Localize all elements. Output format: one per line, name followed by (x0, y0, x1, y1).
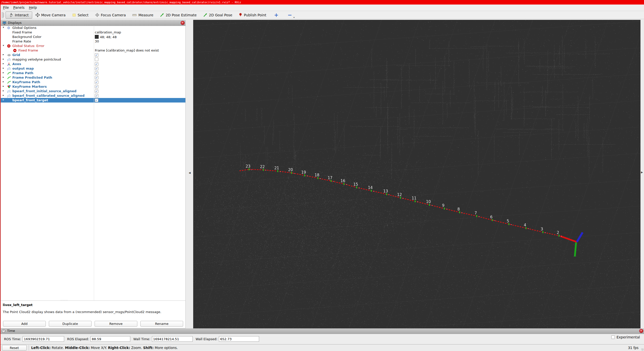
tool-move-camera[interactable]: Move Camera (32, 12, 69, 18)
tree-row-global-options[interactable]: ▾⚙Global Options (1, 26, 185, 30)
time-panel-header[interactable]: Time ✕ (0, 328, 644, 334)
tree-row-fixed-frame[interactable]: Fixed FrameFrame [calibration_map] does … (1, 48, 185, 53)
displays-panel-header[interactable]: Displays ✕ (1, 20, 185, 26)
duplicate-button[interactable]: Duplicate (49, 321, 92, 327)
clock-icon (2, 329, 6, 334)
add-tool-button[interactable]: + (270, 12, 283, 18)
collapse-arrow-icon[interactable]: ▸ (3, 94, 4, 96)
close-icon[interactable]: ✕ (639, 329, 643, 333)
remove-button[interactable]: Remove (95, 321, 137, 327)
tree-row-bpearl-front-target[interactable]: ▸bpearl_front_target✓ (1, 98, 185, 103)
tree-row-value[interactable]: ✓ (95, 85, 98, 88)
enable-checkbox[interactable]: ✓ (95, 85, 98, 88)
tree-row-frame-path[interactable]: ▸Frame Path✓ (1, 71, 185, 75)
tree-row-frame-rate[interactable]: Frame Rate30 (1, 39, 185, 44)
tree-row-value[interactable]: ✓ (95, 80, 98, 84)
collapse-arrow-icon[interactable]: ▸ (3, 76, 4, 78)
resize-grip[interactable] (641, 348, 643, 350)
time-field-input-wall-time[interactable] (152, 336, 193, 342)
error-icon (7, 44, 11, 48)
time-field-input-ros-time[interactable] (23, 336, 64, 342)
tree-row-value[interactable]: 48; 48; 48 (95, 35, 117, 39)
collapse-arrow-icon[interactable]: ▸ (3, 53, 4, 56)
tree-row-value[interactable]: ✓ (95, 62, 98, 66)
tree-row-keyframe-path[interactable]: ▸KeyFrame Path✓ (1, 80, 185, 84)
panel-collapse-left-arrow[interactable]: ◀ (189, 171, 191, 174)
tree-row-label: Frame Path (12, 71, 33, 75)
tree-row-value[interactable]: 30 (95, 39, 99, 43)
tree-row-mapping-velodyne-pointcloud[interactable]: ▸mapping velodyne pointcloud (1, 57, 185, 62)
tree-row-value[interactable]: ✓ (95, 98, 98, 102)
enable-checkbox[interactable]: ✓ (95, 80, 98, 84)
tool-measure[interactable]: Measure (129, 12, 157, 18)
tool-label: Publish Point (244, 13, 266, 17)
collapse-arrow-icon[interactable]: ▸ (3, 85, 4, 87)
gear-icon: ⚙ (7, 26, 11, 30)
time-field-input-ros-elapsed[interactable] (91, 336, 130, 342)
tree-row-axes[interactable]: ▸Axes✓ (1, 62, 185, 66)
tool-2d-goal-pose[interactable]: 2D Goal Pose (200, 12, 236, 18)
tree-row-value[interactable]: ✓ (95, 94, 98, 97)
tool-focus-camera[interactable]: Focus Camera (92, 12, 129, 18)
tree-row-value[interactable]: ✓ (95, 53, 98, 57)
tree-row-value[interactable]: ✓ (95, 76, 98, 79)
time-field-label: Wall Elapsed: (196, 337, 218, 341)
experimental-checkbox[interactable] (611, 335, 615, 339)
tree-row-global-status-error[interactable]: ▾Global Status: Error (1, 44, 185, 48)
remove-tool-button[interactable]: −▾ (283, 12, 297, 18)
tree-row-value[interactable] (95, 58, 98, 62)
collapse-arrow-icon[interactable]: ▸ (3, 67, 4, 69)
tree-row-label: KeyFrame Path (12, 80, 40, 84)
expand-arrow-icon[interactable]: ▾ (3, 26, 4, 29)
tree-row-value[interactable]: ✓ (95, 89, 98, 93)
time-field-input-wall-elapsed[interactable] (219, 336, 259, 342)
collapse-arrow-icon[interactable]: ▸ (3, 98, 4, 101)
tool-interact[interactable]: Interact (6, 12, 32, 19)
collapse-arrow-icon[interactable]: ▸ (3, 62, 4, 65)
enable-checkbox[interactable]: ✓ (95, 89, 98, 93)
menu-item-panels[interactable]: Panels (13, 6, 25, 10)
tree-row-background-color[interactable]: Background Color48; 48; 48 (1, 35, 185, 39)
tree-row-value[interactable]: ✓ (95, 67, 98, 70)
close-icon[interactable]: ✕ (181, 21, 184, 25)
reset-button[interactable]: Reset (2, 345, 27, 350)
enable-checkbox[interactable]: ✓ (95, 67, 98, 70)
tree-row-keyframe-markers[interactable]: ▸KeyFrame Markers✓ (1, 84, 185, 89)
add-button[interactable]: Add (3, 321, 46, 327)
tree-row-bpearl-front-calibrated-source-aligned[interactable]: ▸bpearl_front_calibrated_source_aligned✓ (1, 93, 185, 98)
expand-arrow-icon[interactable]: ▾ (3, 44, 4, 47)
collapse-arrow-icon[interactable]: ▸ (3, 89, 4, 92)
enable-checkbox[interactable] (95, 58, 98, 61)
collapse-arrow-icon[interactable]: ▸ (3, 58, 4, 60)
tool-2d-pose-estimate[interactable]: 2D Pose Estimate (157, 12, 200, 18)
tree-row-bpearl-front-initial-source-aligned[interactable]: ▸bpearl_front_initial_source_aligned✓ (1, 89, 185, 93)
panel-collapse-right-arrow[interactable]: ▶ (641, 171, 643, 174)
window-title: /home/ismet/projects/autoware.tutorial_v… (1, 1, 241, 4)
tool-select[interactable]: Select (69, 12, 92, 18)
enable-checkbox[interactable]: ✓ (95, 71, 98, 75)
toolbar-tools: InteractMove CameraSelectFocus CameraMea… (6, 11, 297, 19)
collapse-arrow-icon[interactable]: ▸ (3, 71, 4, 74)
toolbar-drag-handle[interactable] (2, 12, 4, 18)
rename-button[interactable]: Rename (140, 321, 183, 327)
menu-item-help[interactable]: Help (29, 6, 37, 10)
time-field-label: Wall Time: (133, 337, 150, 341)
tree-row-output-map[interactable]: ▸output map✓ (1, 66, 185, 71)
enable-checkbox[interactable]: ✓ (95, 98, 98, 102)
enable-checkbox[interactable]: ✓ (95, 76, 98, 79)
enable-checkbox[interactable]: ✓ (95, 94, 98, 97)
collapse-arrow-icon[interactable]: ▸ (3, 80, 4, 83)
tree-row-grid[interactable]: ▸Grid✓ (1, 53, 185, 57)
tree-row-fixed-frame[interactable]: Fixed Framecalibration_map (1, 30, 185, 35)
time-field-ros-time: ROS Time: (4, 336, 64, 342)
splitter-handle[interactable]: ······ (61, 299, 68, 302)
tree-row-frame-predicted-path[interactable]: ▸Frame Predicted Path✓ (1, 75, 185, 80)
enable-checkbox[interactable]: ✓ (95, 53, 98, 57)
3d-viewport[interactable] (193, 20, 640, 328)
menu-item-file[interactable]: File (3, 6, 9, 10)
tree-row-value[interactable]: calibration_map (95, 30, 121, 34)
status-divider (29, 345, 29, 350)
enable-checkbox[interactable]: ✓ (95, 62, 98, 66)
tool-publish-point[interactable]: Publish Point (235, 12, 269, 18)
tree-row-value[interactable]: ✓ (95, 71, 98, 75)
